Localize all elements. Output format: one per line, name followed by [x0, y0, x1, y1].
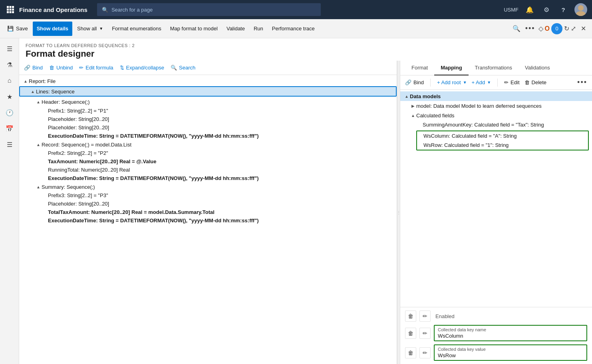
- tree-node-totaltax[interactable]: TotalTaxAmount: Numeric[20..20] Real = m…: [19, 208, 397, 216]
- tree-node-taxamount[interactable]: TaxAmount: Numeric[20..20] Real = @.Valu…: [19, 157, 397, 166]
- tree-node-prefix2[interactable]: Prefix2: String[2..2] = "P2": [19, 149, 397, 157]
- tree-node-lines[interactable]: ▲ Lines: Sequence: [19, 86, 397, 97]
- dm-node-wsrow[interactable]: WsRow: Calculated field = "1": String: [417, 140, 588, 150]
- help-icon[interactable]: ?: [558, 4, 569, 15]
- show-all-button[interactable]: Show all ▼: [73, 22, 107, 36]
- enabled-delete-icon[interactable]: 🗑: [405, 311, 416, 322]
- toggle-calculated[interactable]: ▲: [410, 112, 416, 119]
- show-details-button[interactable]: Show details: [33, 22, 72, 36]
- toggle-model[interactable]: ▶: [410, 103, 416, 109]
- keyvalue-delete-icon[interactable]: 🗑: [405, 347, 416, 358]
- edit-formula-button[interactable]: ✏ Edit formula: [79, 63, 113, 72]
- tab-validations[interactable]: Validations: [518, 61, 556, 75]
- enabled-row: 🗑 ✏ Enabled: [405, 311, 587, 322]
- tab-format[interactable]: Format: [405, 61, 434, 75]
- sidebar-list[interactable]: ☰: [2, 137, 17, 152]
- close-button[interactable]: ✕: [578, 23, 589, 34]
- delete-icon: 🗑: [524, 79, 530, 85]
- gear-icon[interactable]: ⚙: [541, 4, 552, 15]
- dm-node-root[interactable]: ▲ Data models: [400, 91, 592, 101]
- svg-rect-3: [7, 9, 9, 11]
- tree-node-execdt3[interactable]: ExecutionDateTime: String = DATETIMEFORM…: [19, 216, 397, 225]
- add-button[interactable]: + Add ▼: [472, 78, 491, 87]
- tab-transformations[interactable]: Transformations: [469, 61, 518, 75]
- tab-mapping[interactable]: Mapping: [434, 61, 468, 75]
- tree-node-record[interactable]: ▲ Record: Sequence(;) = model.Data.List: [19, 140, 397, 149]
- avatar[interactable]: [574, 3, 587, 16]
- dm-node-wscolumn-container: WsColumn: Calculated field = "A": String…: [416, 131, 589, 150]
- unbind-button[interactable]: 🗑 Unbind: [49, 63, 73, 72]
- add-root-button[interactable]: + Add root ▼: [437, 78, 467, 87]
- keyname-edit-icon[interactable]: ✏: [419, 328, 431, 339]
- tabs-bar: Format Mapping Transformations Validatio…: [400, 61, 592, 75]
- tree-node-prefix3[interactable]: Prefix3: String[2..2] = "P3": [19, 191, 397, 200]
- sidebar-hamburger[interactable]: ☰: [2, 42, 17, 56]
- formula-icon: ✏: [79, 65, 83, 71]
- action-bar: 💾 Save Show details Show all ▼ Format en…: [0, 19, 592, 38]
- dm-node-wscolumn[interactable]: WsColumn: Calculated field = "A": String: [417, 131, 588, 140]
- keyvalue-edit-icon[interactable]: ✏: [419, 347, 431, 358]
- edit-icon: ✏: [504, 79, 509, 85]
- bind-button[interactable]: 🔗 Bind: [24, 63, 43, 72]
- search-action-icon[interactable]: 🔍: [511, 23, 522, 34]
- global-search[interactable]: 🔍 Search for a page: [97, 3, 321, 16]
- svg-rect-4: [10, 9, 12, 11]
- toggle-record[interactable]: ▲: [35, 141, 42, 148]
- tree-node-execdt2[interactable]: ExecutionDateTime: String = DATETIMEFORM…: [19, 174, 397, 182]
- svg-rect-6: [7, 11, 9, 13]
- expand-collapse-button[interactable]: ⇅ Expand/collapse: [120, 63, 164, 72]
- resize-handle[interactable]: ⋮: [397, 61, 400, 364]
- search-button[interactable]: 🔍 Search: [171, 63, 195, 72]
- sidebar-clock[interactable]: 🕐: [2, 105, 17, 120]
- toggle-datamodels[interactable]: ▲: [403, 93, 410, 99]
- toggle-summary[interactable]: ▲: [35, 184, 42, 190]
- tree-node-prefix1[interactable]: Prefix1: String[2..2] = "P1": [19, 106, 397, 115]
- tree-node-summary[interactable]: ▲ Summary: Sequence(;): [19, 182, 397, 191]
- tree-node-execdt1[interactable]: ExecutionDateTime: String = DATETIMEFORM…: [19, 132, 397, 140]
- nav-right: USMF 🔔 ⚙ ?: [504, 3, 587, 16]
- tree-node-placeholder2[interactable]: Placeholder: String[20..20]: [19, 123, 397, 132]
- more-icon[interactable]: •••: [524, 23, 537, 34]
- delete-button[interactable]: 🗑 Delete: [524, 78, 547, 87]
- map-format-button[interactable]: Map format to model: [166, 22, 222, 36]
- data-model-tree: ▲ Data models ▶ model: Data model Model …: [400, 90, 592, 307]
- bell-icon[interactable]: 🔔: [524, 4, 535, 15]
- sidebar-home[interactable]: ⌂: [2, 73, 17, 88]
- refresh-icon[interactable]: ↻: [564, 25, 569, 32]
- performance-trace-button[interactable]: Performance trace: [268, 22, 319, 36]
- right-bind-button[interactable]: 🔗 Bind: [405, 78, 424, 87]
- toggle-lines[interactable]: ▲: [30, 88, 36, 95]
- svg-point-9: [578, 5, 584, 11]
- tree-node-runningtotal[interactable]: RunningTotal: Numeric[20..20] Real: [19, 166, 397, 174]
- bind-icon: 🔗: [24, 65, 30, 71]
- toggle-report[interactable]: ▲: [22, 78, 29, 84]
- save-button[interactable]: 💾 Save: [3, 22, 32, 36]
- svg-rect-5: [12, 9, 14, 11]
- apps-icon[interactable]: [5, 4, 16, 15]
- dm-node-model[interactable]: ▶ model: Data model Model to learn defer…: [400, 101, 592, 111]
- dm-node-calculated[interactable]: ▲ Calculated fields: [400, 111, 592, 120]
- run-button[interactable]: Run: [250, 22, 267, 36]
- edit-button[interactable]: ✏ Edit: [504, 78, 519, 87]
- right-bottom: 🗑 ✏ Enabled 🗑 ✏ Collected data key name …: [400, 307, 592, 364]
- diamond-icon[interactable]: ◇: [538, 25, 543, 32]
- toggle-header[interactable]: ▲: [35, 99, 42, 105]
- tree-node-placeholder1[interactable]: Placeholder: String[20..20]: [19, 115, 397, 123]
- expand-icon[interactable]: ⤢: [571, 25, 576, 32]
- badge-icon[interactable]: 0: [551, 23, 562, 34]
- tree-node-header[interactable]: ▲ Header: Sequence(;): [19, 97, 397, 106]
- tree-node-placeholder3[interactable]: Placeholder: String[20..20]: [19, 200, 397, 208]
- dm-node-summing[interactable]: SummingAmountKey: Calculated field = "Ta…: [400, 120, 592, 129]
- more-right-icon[interactable]: •••: [577, 78, 587, 87]
- format-enumerations-button[interactable]: Format enumerations: [108, 22, 165, 36]
- sidebar-filter[interactable]: ⚗: [2, 57, 17, 72]
- format-toolbar: 🔗 Bind 🗑 Unbind ✏ Edit formula ⇅ Expand/…: [19, 61, 397, 75]
- keyname-delete-icon[interactable]: 🗑: [405, 328, 416, 339]
- enabled-edit-icon[interactable]: ✏: [419, 311, 431, 322]
- sidebar-star[interactable]: ★: [2, 89, 17, 104]
- validate-button[interactable]: Validate: [222, 22, 249, 36]
- office-icon[interactable]: O: [545, 25, 550, 32]
- svg-rect-7: [10, 11, 12, 13]
- tree-node-report[interactable]: ▲ Report: File: [19, 77, 397, 85]
- sidebar-calendar[interactable]: 📅: [2, 121, 17, 136]
